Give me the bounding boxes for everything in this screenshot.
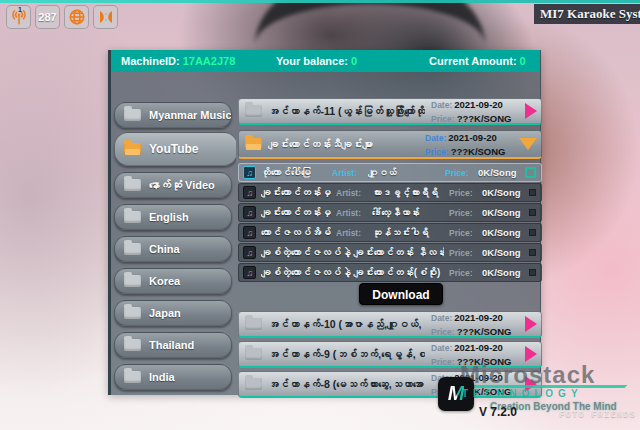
artist-value: ဒေါ်လေ့နီယာန်း (372, 207, 444, 218)
current-amount: Current Amount:0 (429, 55, 526, 67)
sidebar-item-japan[interactable]: Japan (114, 300, 232, 326)
screen: 1 287 (0, 0, 640, 430)
play-icon[interactable] (525, 316, 537, 332)
price-label: Price: (431, 387, 455, 397)
price-label: Price: (431, 357, 455, 367)
song-row[interactable]: ♫ ချင်းတောင်တန်းမှကြိုဆိုပါ၏(ကျူး) Artis… (238, 203, 542, 222)
sidebar-item-youtube[interactable]: YouTube (114, 132, 236, 166)
sidebar-item-korea[interactable]: Korea (114, 268, 232, 294)
sidebar-item-label: YouTube (149, 142, 199, 156)
amount-label: Current Amount: (429, 55, 517, 67)
price-label: Price: (425, 147, 449, 157)
price-value: 0K/Song (482, 247, 524, 258)
sidebar-item-label: India (149, 371, 175, 383)
price-label: Price: (449, 248, 477, 258)
song-row[interactable]: ♫ တောင်ဇလပ်အိမ်ပြန်ချိန် Artist: ဆုန်သင်… (238, 223, 542, 242)
song-row[interactable]: ♫ ချင်းတောင်တန်းမှကြိုဆိုပါ၏ Artist: လား… (238, 183, 542, 202)
music-file-icon: ♫ (243, 166, 256, 179)
photo-credit: FOTO FRIENDS (559, 410, 636, 422)
bowtie-icon (97, 8, 115, 26)
signal-badge: 1 (18, 6, 22, 13)
playlist-row-internet-8[interactable]: အင်တာနက်-8 (မေသက်ထားဆွေ,သဟာအောင်,ဝေဘုန်း… (238, 371, 542, 398)
counter-button[interactable]: 287 (35, 5, 60, 29)
sidebar-item-myanmar-musicstore[interactable]: Myanmar MusicStore (114, 102, 232, 128)
price-label: Price: (449, 228, 477, 238)
play-icon[interactable] (525, 376, 537, 392)
artist-value: ဂျူဝယ် (368, 167, 440, 178)
sidebar-item-label: Thailand (149, 339, 194, 351)
song-row[interactable]: ♫ ချစ်တဲ့တောင်ဇလပ်နဲ့ ချင်းတောင်တန်း(စံဝ… (238, 263, 542, 282)
playlist-row-internet-11[interactable]: အင်တာနက်-11 (ယွန်းမြတ်သူ့ဖြိုးကျော်ထိုက်… (238, 98, 542, 125)
counter-value: 287 (38, 11, 56, 23)
song-checkbox[interactable] (529, 249, 536, 256)
sidebar-item-label: Korea (149, 275, 180, 287)
price-value: ???K/SONG (451, 146, 506, 157)
sidebar-item-india[interactable]: India (114, 364, 232, 390)
mirror-button[interactable] (93, 5, 118, 29)
date-price-block: Date:2021-09-20 Price:???K/SONG (431, 370, 519, 398)
collapse-icon[interactable] (519, 138, 537, 150)
folder-icon (245, 378, 262, 390)
price-value: ???K/SONG (457, 386, 512, 397)
amount-value: 0 (520, 55, 526, 67)
playlist-area: အင်တာနက်-11 (ယွန်းမြတ်သူ့ဖြိုးကျော်ထိုက်… (238, 74, 542, 395)
date-value: 2021-09-20 (448, 132, 497, 143)
status-bar: MachineID:17AA2J78 Your balance:0 Curren… (111, 50, 540, 72)
artist-label: Artist: (336, 228, 367, 238)
playlist-row-internet-9[interactable]: အင်တာနက်-9 (ဘစ်ဘက်,ရေမွန်,စနဲ,ညီမင်းခိုင… (238, 341, 542, 368)
artist-label: Artist: (332, 168, 363, 178)
song-row[interactable]: ♫ ချစ်တဲ့တောင်ဇလပ်နဲ့ ချင်းတောင်တန်း နီလ… (238, 243, 542, 262)
price-label: Price: (431, 327, 455, 337)
globe-icon (68, 8, 86, 26)
sidebar-item-china[interactable]: China (114, 236, 232, 262)
artist-value: ဆုန်သင်းပါရိ (372, 227, 444, 238)
playlist-title: အင်တာနက်-8 (မေသက်ထားဆွေ,သဟာအောင်,ဝေဘုန်း (268, 378, 425, 390)
date-value: 2021-09-20 (454, 342, 503, 353)
folder-icon (245, 318, 262, 330)
song-checkbox[interactable] (529, 209, 536, 216)
song-checkbox[interactable] (525, 167, 536, 178)
machine-id-value: 17AA2J78 (183, 55, 236, 67)
signal-button[interactable]: 1 (6, 5, 31, 29)
price-label: Price: (449, 188, 477, 198)
sidebar-item-latest-video[interactable]: နောက်ဆုံ Video (114, 172, 232, 198)
play-icon[interactable] (525, 103, 537, 119)
music-file-icon: ♫ (243, 266, 256, 279)
open-folder-icon (245, 138, 262, 150)
sidebar-item-label: Myanmar MusicStore (149, 109, 232, 121)
app-title: MI7 Karaoke System (534, 4, 640, 24)
date-label: Date: (425, 133, 446, 143)
date-label: Date: (431, 313, 452, 323)
song-title: တောင်ဇလပ်အိမ်ပြန်ချိန် (261, 227, 331, 238)
price-value: 0K/Song (478, 167, 520, 178)
version-label: V 7.2.0 (438, 405, 558, 419)
date-value: 2021-09-20 (454, 99, 503, 110)
network-button[interactable] (64, 5, 89, 29)
song-checkbox[interactable] (529, 189, 536, 196)
toolbar: 1 287 (6, 5, 118, 29)
top-teal-strip (0, 0, 640, 3)
song-checkbox[interactable] (529, 269, 536, 276)
date-label: Date: (431, 100, 452, 110)
folder-icon (124, 179, 141, 191)
playlist-row-internet-10[interactable]: အင်တာနက်-10 (အာဇာနည်,ဂျူဝယ်,ဘဝ,လားဒခွင့်… (238, 311, 542, 338)
artist-value: လားဒခွင့်ထားရီရိ (372, 187, 444, 198)
download-button[interactable]: Download (359, 283, 443, 305)
price-value: ???K/SONG (457, 356, 512, 367)
music-file-icon: ♫ (243, 226, 256, 239)
sidebar-item-thailand[interactable]: Thailand (114, 332, 232, 358)
folder-icon (124, 109, 141, 121)
sidebar-item-label: Japan (149, 307, 181, 319)
open-folder-icon (124, 143, 141, 155)
song-row[interactable]: ♫ တိုတောင်ပေါ်မြေ Artist: ဂျူဝယ် Price: … (238, 163, 542, 182)
play-icon[interactable] (525, 346, 537, 362)
balance-label: Your balance: (276, 55, 348, 67)
balance-value: 0 (351, 55, 357, 67)
artist-label: Artist: (336, 208, 367, 218)
folder-icon (124, 275, 141, 287)
open-folder-row-chin-songs[interactable]: ချင်းတောင်တန်းသီချင်းများ Date:2021-09-2… (238, 130, 542, 159)
sidebar-item-english[interactable]: English (114, 204, 232, 230)
song-checkbox[interactable] (529, 229, 536, 236)
artist-label: Artist: (336, 188, 367, 198)
price-value: 0K/Song (482, 187, 524, 198)
